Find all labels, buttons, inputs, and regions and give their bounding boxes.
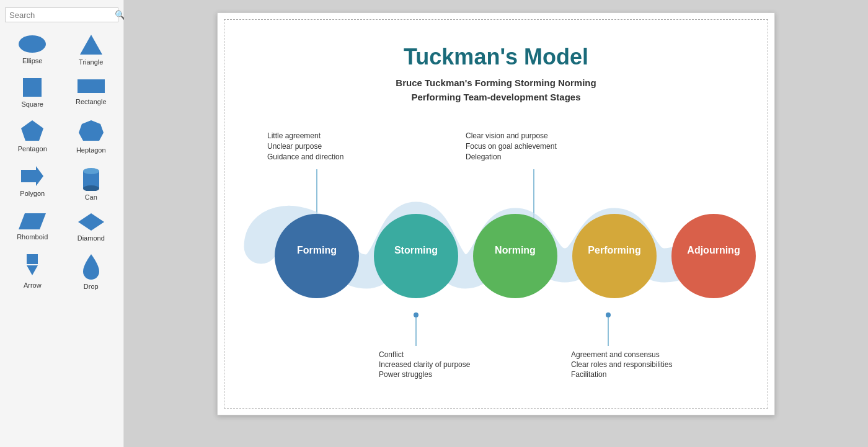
rhomboid-icon xyxy=(19,212,46,231)
polygon-icon xyxy=(20,165,45,187)
svg-marker-4 xyxy=(21,120,43,141)
diamond-icon xyxy=(77,212,105,232)
shape-item-pentagon[interactable]: Pentagon xyxy=(5,115,60,157)
svg-point-0 xyxy=(19,35,46,53)
diagram-subtitle: Bruce Tuckman's Forming Storming Norming… xyxy=(242,76,750,104)
svg-text:Focus on goal achievement: Focus on goal achievement xyxy=(466,142,557,151)
svg-point-28 xyxy=(572,214,657,298)
svg-point-24 xyxy=(374,214,458,298)
svg-text:Delegation: Delegation xyxy=(466,153,501,161)
svg-marker-10 xyxy=(19,213,46,229)
ellipse-label: Ellipse xyxy=(22,57,42,64)
square-label: Square xyxy=(22,100,43,108)
shape-item-rectangle[interactable]: Rectangle xyxy=(64,73,119,112)
svg-point-22 xyxy=(275,214,359,298)
canvas-area: Tuckman's Model Bruce Tuckman's Forming … xyxy=(217,12,775,415)
diagram-svg: Forming Storming Norming Performing Adjo… xyxy=(242,123,776,383)
can-icon xyxy=(81,165,102,191)
svg-text:Guidance and direction: Guidance and direction xyxy=(267,153,343,161)
triangle-label: Triangle xyxy=(79,58,103,66)
drop-icon xyxy=(82,253,100,280)
svg-marker-11 xyxy=(78,213,104,231)
svg-point-26 xyxy=(473,214,557,298)
rectangle-icon xyxy=(76,77,106,95)
heptagon-label: Heptagon xyxy=(76,146,106,154)
svg-text:Power struggles: Power struggles xyxy=(379,370,432,379)
shape-item-polygon[interactable]: Polygon xyxy=(5,161,60,205)
svg-text:Little agreement: Little agreement xyxy=(267,131,321,140)
svg-marker-6 xyxy=(21,166,43,186)
sidebar: 🔍 Ellipse Triangle Square xyxy=(0,0,124,447)
svg-text:Agreement and consensus: Agreement and consensus xyxy=(571,350,660,359)
svg-text:Unclear purpose: Unclear purpose xyxy=(267,142,322,151)
pentagon-label: Pentagon xyxy=(18,145,47,153)
svg-text:Norming: Norming xyxy=(495,245,536,255)
svg-text:Performing: Performing xyxy=(588,245,640,255)
shape-item-can[interactable]: Can xyxy=(64,161,119,205)
shape-item-diamond[interactable]: Diamond xyxy=(64,208,119,246)
diagram-title: Tuckman's Model xyxy=(242,44,750,70)
diamond-label: Diamond xyxy=(78,234,105,242)
svg-rect-3 xyxy=(78,79,105,93)
svg-text:Conflict: Conflict xyxy=(379,350,404,359)
svg-point-30 xyxy=(671,214,756,298)
shape-item-drop[interactable]: Drop xyxy=(64,249,119,294)
svg-marker-5 xyxy=(79,120,104,141)
heptagon-icon xyxy=(79,119,104,144)
search-bar[interactable]: 🔍 xyxy=(5,7,118,22)
shape-item-heptagon[interactable]: Heptagon xyxy=(64,115,119,157)
svg-point-21 xyxy=(606,312,611,317)
search-input[interactable] xyxy=(9,11,113,20)
shape-item-arrow[interactable]: Arrow xyxy=(5,249,60,294)
drop-label: Drop xyxy=(84,283,99,290)
svg-point-19 xyxy=(414,312,418,317)
square-icon xyxy=(22,77,43,98)
arrow-label: Arrow xyxy=(24,281,42,289)
svg-text:Adjourning: Adjourning xyxy=(687,245,740,255)
svg-marker-13 xyxy=(27,265,38,275)
diagram-area: Forming Storming Norming Performing Adjo… xyxy=(242,123,750,383)
main-content: Tuckman's Model Bruce Tuckman's Forming … xyxy=(124,0,868,447)
shape-item-triangle[interactable]: Triangle xyxy=(64,30,119,69)
rectangle-label: Rectangle xyxy=(76,98,107,105)
svg-text:Forming: Forming xyxy=(297,245,337,255)
triangle-icon xyxy=(79,33,104,56)
rhomboid-label: Rhomboid xyxy=(17,233,48,241)
pentagon-icon xyxy=(20,119,45,143)
svg-point-8 xyxy=(83,168,99,174)
svg-marker-12 xyxy=(27,254,38,264)
svg-text:Increased clarity of purpose: Increased clarity of purpose xyxy=(379,360,471,369)
shape-item-rhomboid[interactable]: Rhomboid xyxy=(5,208,60,246)
svg-marker-1 xyxy=(80,35,102,55)
can-label: Can xyxy=(85,193,97,201)
svg-text:Storming: Storming xyxy=(394,245,438,255)
shape-item-square[interactable]: Square xyxy=(5,73,60,112)
svg-text:Clear vision and purpose: Clear vision and purpose xyxy=(466,131,548,140)
svg-text:Facilitation: Facilitation xyxy=(571,370,606,379)
shape-grid: Ellipse Triangle Square Rectangle xyxy=(0,30,123,294)
polygon-label: Polygon xyxy=(20,190,45,197)
shape-item-ellipse[interactable]: Ellipse xyxy=(5,30,60,69)
svg-text:Clear roles and responsibiliti: Clear roles and responsibilities xyxy=(571,360,672,369)
arrow-icon xyxy=(25,253,39,279)
ellipse-icon xyxy=(19,33,46,55)
svg-rect-2 xyxy=(23,78,42,97)
